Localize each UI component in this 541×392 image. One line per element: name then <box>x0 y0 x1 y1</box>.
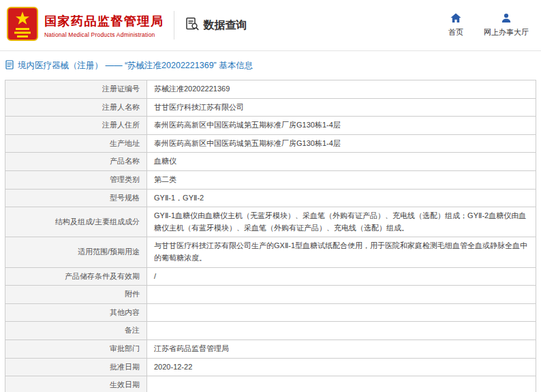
row-value: 第二类 <box>147 170 536 189</box>
row-label: 产品名称 <box>5 153 147 171</box>
data-query-title: 数据查询 <box>185 17 247 33</box>
breadcrumb-text: 境内医疗器械（注册） —— “苏械注准20202221369” 基本信息 <box>18 60 253 72</box>
table-row: 注册证编号 苏械注准20202221369 <box>5 80 536 99</box>
table-row: 结构及组成/主要组成成分 GYⅡ-1血糖仪由血糖仪主机（无蓝牙模块）、采血笔（外… <box>5 207 536 237</box>
table-row: 注册人名称 甘甘医疗科技江苏有限公司 <box>5 98 536 117</box>
row-label: 生效日期 <box>5 376 147 392</box>
row-value: GYⅡ-1，GYⅡ-2 <box>147 189 536 207</box>
agency-name-cn: 国家药品监督管理局 <box>44 13 164 29</box>
row-value: 甘甘医疗科技江苏有限公司 <box>147 98 536 117</box>
table-row: 批准日期 2020-12-22 <box>5 358 536 376</box>
nav-service-hall-label: 网上办事大厅 <box>484 27 529 37</box>
table-row: 审批部门 江苏省药品监督管理局 <box>5 340 536 358</box>
row-label: 其他内容 <box>5 303 147 322</box>
row-value <box>147 322 536 340</box>
data-query-icon <box>185 17 199 33</box>
row-label: 产品储存条件及有效期 <box>5 267 147 286</box>
row-label: 注册证编号 <box>5 80 147 99</box>
row-value: 2020-12-22 <box>147 358 536 376</box>
row-label: 注册人住所 <box>5 117 147 135</box>
row-label: 适用范围/预期用途 <box>5 237 147 267</box>
row-value <box>147 376 536 392</box>
table-row: 附件 <box>5 286 536 304</box>
registration-info-table: 注册证编号 苏械注准20202221369 注册人名称 甘甘医疗科技江苏有限公司… <box>5 80 536 392</box>
table-row: 生产地址 泰州医药高新区中国医药城第五期标准厂房G130栋1-4层 <box>5 134 536 153</box>
row-label: 注册人名称 <box>5 98 147 117</box>
table-row: 产品名称 血糖仪 <box>5 153 536 171</box>
table-row: 备注 <box>5 322 536 340</box>
row-label: 审批部门 <box>5 340 147 358</box>
table-row: 适用范围/预期用途 与甘甘医疗科技江苏有限公司生产的GXⅡ-1型血糖试纸配合使用… <box>5 237 536 267</box>
document-icon <box>5 60 14 72</box>
site-header: 国家药品监督管理局 National Medical Products Admi… <box>0 0 541 50</box>
row-value: 与甘甘医疗科技江苏有限公司生产的GXⅡ-1型血糖试纸配合使用，用于医院和家庭检测… <box>147 237 536 267</box>
row-value: 泰州医药高新区中国医药城第五期标准厂房G130栋1-4层 <box>147 117 536 135</box>
row-label: 型号规格 <box>5 189 147 207</box>
top-nav: 首页 网上办事大厅 <box>448 13 529 37</box>
row-value: 江苏省药品监督管理局 <box>147 340 536 358</box>
row-label: 生产地址 <box>5 134 147 153</box>
row-value: 苏械注准20202221369 <box>147 80 536 99</box>
table-row: 生效日期 <box>5 376 536 392</box>
row-value <box>147 286 536 304</box>
nav-home-label: 首页 <box>448 27 463 37</box>
brand-text: 国家药品监督管理局 National Medical Products Admi… <box>44 13 164 38</box>
row-value: 泰州医药高新区中国医药城第五期标准厂房G130栋1-4层 <box>147 134 536 153</box>
table-row: 管理类别 第二类 <box>5 170 536 189</box>
row-value <box>147 303 536 322</box>
data-query-label: 数据查询 <box>204 18 247 33</box>
row-label: 管理类别 <box>5 170 147 189</box>
table-row: 产品储存条件及有效期 / <box>5 267 536 286</box>
table-row: 型号规格 GYⅡ-1，GYⅡ-2 <box>5 189 536 207</box>
row-label: 备注 <box>5 322 147 340</box>
table-row: 注册人住所 泰州医药高新区中国医药城第五期标准厂房G130栋1-4层 <box>5 117 536 135</box>
home-icon <box>450 13 461 25</box>
agency-name-en: National Medical Products Administration <box>44 31 164 38</box>
row-label: 结构及组成/主要组成成分 <box>5 207 147 237</box>
row-label: 附件 <box>5 286 147 304</box>
nav-service-hall[interactable]: 网上办事大厅 <box>484 13 529 37</box>
header-divider <box>174 11 174 40</box>
row-label: 批准日期 <box>5 358 147 376</box>
person-icon <box>501 13 512 25</box>
nav-home[interactable]: 首页 <box>448 13 463 37</box>
row-value: / <box>147 267 536 286</box>
brand: 国家药品监督管理局 National Medical Products Admi… <box>7 7 164 44</box>
table-row: 其他内容 <box>5 303 536 322</box>
breadcrumb: 境内医疗器械（注册） —— “苏械注准20202221369” 基本信息 <box>0 51 541 80</box>
national-emblem-icon <box>7 7 38 44</box>
row-value: GYⅡ-1血糖仪由血糖仪主机（无蓝牙模块）、采血笔（外购有证产品）、充电线（选配… <box>147 207 536 237</box>
row-value: 血糖仪 <box>147 153 536 171</box>
